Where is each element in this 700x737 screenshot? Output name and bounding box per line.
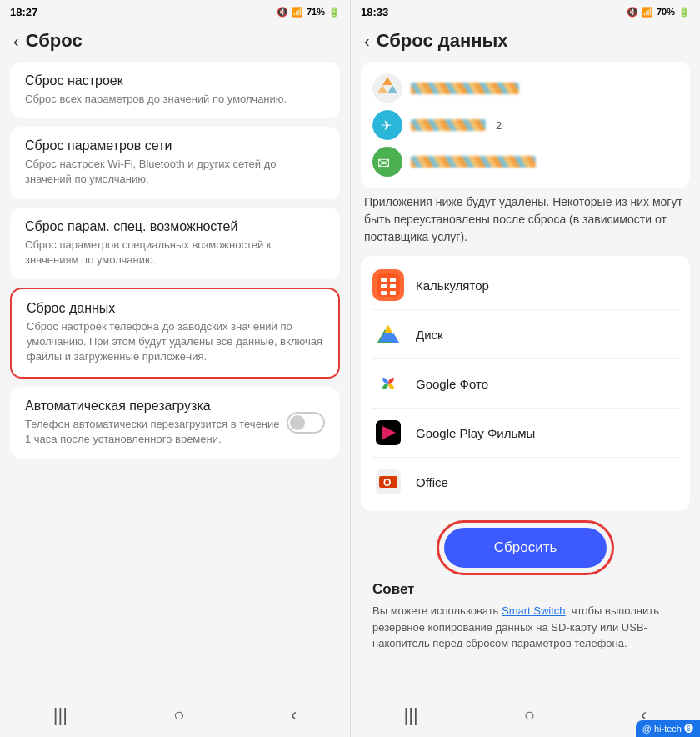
app-list-section: Калькулятор xyxy=(361,256,690,511)
blurred-row-2: ✈ 2 xyxy=(372,107,678,143)
calculator-icon xyxy=(372,269,404,301)
svg-rect-11 xyxy=(381,284,387,288)
left-nav-back[interactable]: ‹ xyxy=(291,704,297,726)
photos-name: Google Фото xyxy=(416,377,488,391)
factory-reset-desc: Сброс настроек телефона до заводских зна… xyxy=(27,319,323,365)
left-page-title: Сброс xyxy=(26,30,82,52)
app-row-office: O Office xyxy=(372,458,678,506)
right-time: 18:33 xyxy=(361,6,388,18)
drive-icon xyxy=(372,318,404,350)
right-status-bar: 18:33 🔇 📶 70% 🔋 xyxy=(351,0,700,23)
blurred-name-3 xyxy=(411,156,536,168)
left-back-button[interactable]: ‹ xyxy=(13,32,19,51)
right-panel: 18:33 🔇 📶 70% 🔋 ‹ Сброс данных xyxy=(350,0,700,737)
reset-network-card[interactable]: Сброс параметров сети Сброс настроек Wi-… xyxy=(10,127,340,198)
svg-text:✉: ✉ xyxy=(378,155,390,172)
right-status-icons: 🔇 📶 70% 🔋 xyxy=(627,7,690,18)
left-settings-list: Сброс настроек Сброс всех параметров до … xyxy=(0,62,350,694)
left-nav-recent[interactable]: ||| xyxy=(53,704,68,726)
svg-rect-10 xyxy=(390,278,396,282)
left-status-bar: 18:27 🔇 📶 71% 🔋 xyxy=(0,0,350,23)
svg-text:O: O xyxy=(383,477,391,489)
app-row-calculator: Калькулятор xyxy=(372,261,678,310)
tip-text: Вы можете использовать Smart Switch, что… xyxy=(372,603,678,652)
auto-restart-desc: Телефон автоматически перезагрузится в т… xyxy=(25,417,287,447)
right-content: ✈ 2 ✉ Приложения ниже будут удалены. Нек… xyxy=(351,62,700,694)
factory-reset-card[interactable]: Сброс данных Сброс настроек телефона до … xyxy=(10,288,340,379)
right-header: ‹ Сброс данных xyxy=(351,23,700,62)
factory-reset-title: Сброс данных xyxy=(27,301,323,316)
app-row-photos: Google Фото xyxy=(372,359,678,409)
auto-restart-toggle[interactable] xyxy=(287,412,325,434)
left-nav-home[interactable]: ○ xyxy=(173,704,184,726)
play-movies-icon xyxy=(372,417,404,449)
reset-settings-desc: Сброс всех параметров до значений по умо… xyxy=(25,92,325,107)
smart-switch-link[interactable]: Smart Switch xyxy=(502,604,566,617)
reset-button[interactable]: Сбросить xyxy=(444,528,608,568)
right-nav-recent[interactable]: ||| xyxy=(404,704,418,726)
left-panel: 18:27 🔇 📶 71% 🔋 ‹ Сброс Сброс настроек С… xyxy=(0,0,350,737)
reset-network-title: Сброс параметров сети xyxy=(25,138,325,153)
watermark: @ hi-tech 🅢 xyxy=(636,720,700,737)
app-row-drive: Диск xyxy=(372,310,678,359)
play-movies-name: Google Play Фильмы xyxy=(416,426,535,440)
office-name: Office xyxy=(416,475,448,489)
reset-settings-card[interactable]: Сброс настроек Сброс всех параметров до … xyxy=(10,62,340,118)
reset-settings-title: Сброс настроек xyxy=(25,73,325,88)
right-nav-home[interactable]: ○ xyxy=(524,704,535,726)
reset-accessibility-desc: Сброс параметров специальных возможносте… xyxy=(25,238,325,268)
svg-text:✈: ✈ xyxy=(381,118,392,133)
blurred-row-1 xyxy=(372,70,678,107)
blurred-name-2 xyxy=(411,119,486,131)
right-back-button[interactable]: ‹ xyxy=(364,32,370,51)
app-row-play-movies: Google Play Фильмы xyxy=(372,409,678,458)
svg-rect-14 xyxy=(390,291,396,295)
left-header: ‹ Сброс xyxy=(0,23,350,62)
blurred-apps-section: ✈ 2 ✉ xyxy=(361,62,690,188)
svg-marker-23 xyxy=(379,333,398,342)
tip-section: Совет Вы можете использовать Smart Switc… xyxy=(361,581,690,662)
tip-title: Совет xyxy=(372,581,678,598)
auto-restart-card[interactable]: Автоматическая перезагрузка Телефон авто… xyxy=(10,387,340,459)
svg-rect-8 xyxy=(377,273,400,297)
svg-rect-13 xyxy=(381,291,387,295)
right-nav-bar: ||| ○ ‹ @ hi-tech 🅢 xyxy=(351,694,700,737)
reset-network-desc: Сброс настроек Wi-Fi, Bluetooth и других… xyxy=(25,157,325,187)
left-nav-bar: ||| ○ ‹ xyxy=(0,694,350,737)
tip-text-before: Вы можете использовать xyxy=(372,604,502,617)
blurred-row-3: ✉ xyxy=(372,143,678,180)
reset-accessibility-title: Сброс парам. спец. возможностей xyxy=(25,219,325,234)
right-page-title: Сброс данных xyxy=(377,30,508,52)
svg-rect-12 xyxy=(390,284,396,288)
auto-restart-title: Автоматическая перезагрузка xyxy=(25,399,287,414)
blurred-avatar-2: ✈ xyxy=(372,110,402,140)
blurred-name-1 xyxy=(411,83,519,94)
info-text: Приложения ниже будут удалены. Некоторые… xyxy=(361,193,690,256)
drive-name: Диск xyxy=(416,328,443,342)
left-time: 18:27 xyxy=(10,6,38,18)
blurred-avatar-1 xyxy=(372,73,402,103)
svg-rect-9 xyxy=(381,278,387,282)
reset-accessibility-card[interactable]: Сброс парам. спец. возможностей Сброс па… xyxy=(10,208,340,279)
calculator-name: Калькулятор xyxy=(416,278,489,293)
office-icon: O xyxy=(372,466,404,498)
reset-button-wrap: Сбросить xyxy=(361,521,690,581)
photos-icon xyxy=(372,368,404,399)
left-status-icons: 🔇 📶 71% 🔋 xyxy=(277,7,340,18)
blurred-avatar-3: ✉ xyxy=(372,147,402,177)
